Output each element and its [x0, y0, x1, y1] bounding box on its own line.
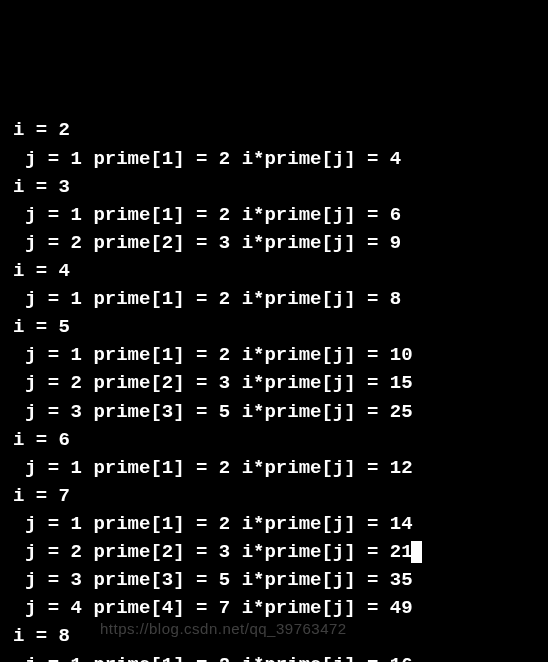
output-text: j = 1 prime[1] = 2 i*prime[j] = 14 — [25, 513, 413, 535]
output-text: j = 1 prime[1] = 2 i*prime[j] = 6 — [25, 204, 401, 226]
output-line: j = 1 prime[1] = 2 i*prime[j] = 12 — [8, 454, 548, 482]
output-line: j = 3 prime[3] = 5 i*prime[j] = 25 — [8, 398, 548, 426]
output-text: j = 2 prime[2] = 3 i*prime[j] = 9 — [25, 232, 401, 254]
output-text: i = 2 — [13, 119, 70, 141]
output-line: i = 2 — [8, 116, 548, 144]
output-text: j = 2 prime[2] = 3 i*prime[j] = 21 — [25, 541, 413, 563]
output-text: i = 4 — [13, 260, 70, 282]
output-text: j = 1 prime[1] = 2 i*prime[j] = 12 — [25, 457, 413, 479]
output-line: j = 4 prime[4] = 7 i*prime[j] = 49 — [8, 594, 548, 622]
output-line: j = 1 prime[1] = 2 i*prime[j] = 8 — [8, 285, 548, 313]
output-text: i = 6 — [13, 429, 70, 451]
output-line: j = 1 prime[1] = 2 i*prime[j] = 14 — [8, 510, 548, 538]
output-text: j = 1 prime[1] = 2 i*prime[j] = 4 — [25, 148, 401, 170]
output-text: j = 1 prime[1] = 2 i*prime[j] = 8 — [25, 288, 401, 310]
output-line: j = 3 prime[3] = 5 i*prime[j] = 35 — [8, 566, 548, 594]
output-line: i = 5 — [8, 313, 548, 341]
output-line: i = 8 — [8, 622, 548, 650]
output-text: j = 1 prime[1] = 2 i*prime[j] = 10 — [25, 344, 413, 366]
cursor-icon — [411, 541, 422, 563]
output-text: j = 3 prime[3] = 5 i*prime[j] = 35 — [25, 569, 413, 591]
output-line: i = 3 — [8, 173, 548, 201]
output-text: i = 5 — [13, 316, 70, 338]
terminal-output: i = 2j = 1 prime[1] = 2 i*prime[j] = 4i … — [8, 116, 548, 662]
output-text: j = 4 prime[4] = 7 i*prime[j] = 49 — [25, 597, 413, 619]
output-line: j = 1 prime[1] = 2 i*prime[j] = 16 — [8, 651, 548, 662]
output-text: j = 3 prime[3] = 5 i*prime[j] = 25 — [25, 401, 413, 423]
output-line: i = 4 — [8, 257, 548, 285]
output-line: i = 6 — [8, 426, 548, 454]
output-line: j = 1 prime[1] = 2 i*prime[j] = 4 — [8, 145, 548, 173]
output-line: j = 2 prime[2] = 3 i*prime[j] = 21 — [8, 538, 548, 566]
output-text: i = 8 — [13, 625, 70, 647]
output-text: i = 3 — [13, 176, 70, 198]
output-line: i = 7 — [8, 482, 548, 510]
output-line: j = 2 prime[2] = 3 i*prime[j] = 15 — [8, 369, 548, 397]
output-text: j = 1 prime[1] = 2 i*prime[j] = 16 — [25, 654, 413, 662]
output-line: j = 2 prime[2] = 3 i*prime[j] = 9 — [8, 229, 548, 257]
output-text: i = 7 — [13, 485, 70, 507]
output-line: j = 1 prime[1] = 2 i*prime[j] = 10 — [8, 341, 548, 369]
output-text: j = 2 prime[2] = 3 i*prime[j] = 15 — [25, 372, 413, 394]
output-line: j = 1 prime[1] = 2 i*prime[j] = 6 — [8, 201, 548, 229]
